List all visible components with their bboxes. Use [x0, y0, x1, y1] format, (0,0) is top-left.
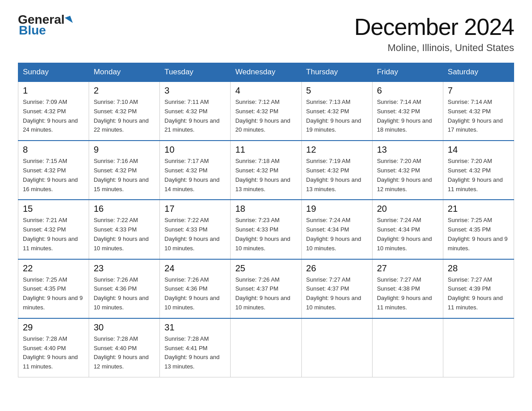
day-number: 1 [23, 86, 84, 96]
calendar-day-8: 8Sunrise: 7:15 AMSunset: 4:32 PMDaylight… [18, 141, 89, 200]
logo-blue: Blue [19, 23, 46, 38]
calendar-day-1: 1Sunrise: 7:09 AMSunset: 4:32 PMDaylight… [18, 81, 89, 141]
day-number: 26 [306, 263, 368, 274]
weekday-header-row: SundayMondayTuesdayWednesdayThursdayFrid… [18, 63, 514, 82]
calendar-day-6: 6Sunrise: 7:14 AMSunset: 4:32 PMDaylight… [372, 81, 443, 141]
day-number: 28 [448, 263, 509, 274]
calendar-day-13: 13Sunrise: 7:20 AMSunset: 4:32 PMDayligh… [372, 141, 443, 200]
calendar-day-21: 21Sunrise: 7:25 AMSunset: 4:35 PMDayligh… [443, 200, 514, 259]
calendar-day-16: 16Sunrise: 7:22 AMSunset: 4:33 PMDayligh… [89, 200, 160, 259]
day-info: Sunrise: 7:17 AMSunset: 4:32 PMDaylight:… [164, 157, 226, 194]
day-info: Sunrise: 7:27 AMSunset: 4:37 PMDaylight:… [306, 275, 368, 313]
weekday-header-sunday: Sunday [18, 63, 89, 82]
day-number: 24 [164, 263, 226, 274]
calendar-day-29: 29Sunrise: 7:28 AMSunset: 4:40 PMDayligh… [18, 318, 89, 377]
calendar-day-30: 30Sunrise: 7:28 AMSunset: 4:40 PMDayligh… [89, 318, 160, 377]
day-info: Sunrise: 7:25 AMSunset: 4:35 PMDaylight:… [23, 275, 84, 313]
page-header: General Blue December 2024 Moline, Illin… [18, 13, 514, 54]
calendar-day-12: 12Sunrise: 7:19 AMSunset: 4:32 PMDayligh… [301, 141, 372, 200]
day-info: Sunrise: 7:22 AMSunset: 4:33 PMDaylight:… [94, 216, 155, 253]
calendar-table: SundayMondayTuesdayWednesdayThursdayFrid… [18, 63, 514, 377]
day-number: 3 [164, 86, 226, 96]
day-number: 2 [94, 86, 155, 96]
day-info: Sunrise: 7:26 AMSunset: 4:36 PMDaylight:… [94, 275, 155, 313]
day-info: Sunrise: 7:11 AMSunset: 4:32 PMDaylight:… [164, 98, 226, 135]
calendar-day-26: 26Sunrise: 7:27 AMSunset: 4:37 PMDayligh… [301, 259, 372, 318]
logo: General Blue [18, 13, 72, 38]
day-info: Sunrise: 7:28 AMSunset: 4:40 PMDaylight:… [23, 334, 84, 372]
day-info: Sunrise: 7:10 AMSunset: 4:32 PMDaylight:… [94, 98, 155, 135]
day-number: 31 [164, 322, 226, 333]
calendar-day-24: 24Sunrise: 7:26 AMSunset: 4:36 PMDayligh… [160, 259, 231, 318]
day-info: Sunrise: 7:14 AMSunset: 4:32 PMDaylight:… [377, 98, 438, 135]
day-number: 9 [94, 145, 155, 155]
calendar-day-25: 25Sunrise: 7:26 AMSunset: 4:37 PMDayligh… [231, 259, 301, 318]
day-info: Sunrise: 7:24 AMSunset: 4:34 PMDaylight:… [377, 216, 438, 253]
calendar-week-4: 22Sunrise: 7:25 AMSunset: 4:35 PMDayligh… [18, 259, 514, 318]
day-number: 15 [23, 204, 84, 214]
day-info: Sunrise: 7:26 AMSunset: 4:36 PMDaylight:… [164, 275, 226, 313]
calendar-day-31: 31Sunrise: 7:28 AMSunset: 4:41 PMDayligh… [160, 318, 231, 377]
calendar-day-23: 23Sunrise: 7:26 AMSunset: 4:36 PMDayligh… [89, 259, 160, 318]
day-number: 10 [164, 145, 226, 155]
empty-cell [231, 318, 301, 377]
day-info: Sunrise: 7:20 AMSunset: 4:32 PMDaylight:… [377, 157, 438, 194]
day-info: Sunrise: 7:19 AMSunset: 4:32 PMDaylight:… [306, 157, 368, 194]
calendar-day-2: 2Sunrise: 7:10 AMSunset: 4:32 PMDaylight… [89, 81, 160, 141]
day-number: 29 [23, 322, 84, 333]
empty-cell [301, 318, 372, 377]
calendar-week-3: 15Sunrise: 7:21 AMSunset: 4:32 PMDayligh… [18, 200, 514, 259]
calendar-week-5: 29Sunrise: 7:28 AMSunset: 4:40 PMDayligh… [18, 318, 514, 377]
calendar-week-2: 8Sunrise: 7:15 AMSunset: 4:32 PMDaylight… [18, 141, 514, 200]
day-number: 30 [94, 322, 155, 333]
day-number: 14 [448, 145, 509, 155]
empty-cell [443, 318, 514, 377]
day-info: Sunrise: 7:13 AMSunset: 4:32 PMDaylight:… [306, 98, 368, 135]
day-info: Sunrise: 7:26 AMSunset: 4:37 PMDaylight:… [235, 275, 296, 313]
day-number: 11 [235, 145, 296, 155]
day-number: 16 [94, 204, 155, 214]
calendar-day-10: 10Sunrise: 7:17 AMSunset: 4:32 PMDayligh… [160, 141, 231, 200]
day-number: 5 [306, 86, 368, 96]
day-info: Sunrise: 7:23 AMSunset: 4:33 PMDaylight:… [235, 216, 296, 253]
day-number: 18 [235, 204, 296, 214]
day-info: Sunrise: 7:16 AMSunset: 4:32 PMDaylight:… [94, 157, 155, 194]
day-info: Sunrise: 7:15 AMSunset: 4:32 PMDaylight:… [23, 157, 84, 194]
day-info: Sunrise: 7:22 AMSunset: 4:33 PMDaylight:… [164, 216, 226, 253]
day-number: 17 [164, 204, 226, 214]
day-number: 13 [377, 145, 438, 155]
day-info: Sunrise: 7:25 AMSunset: 4:35 PMDaylight:… [448, 216, 509, 253]
day-info: Sunrise: 7:21 AMSunset: 4:32 PMDaylight:… [23, 216, 84, 253]
logo-arrow-icon [65, 16, 73, 25]
day-info: Sunrise: 7:12 AMSunset: 4:32 PMDaylight:… [235, 98, 296, 135]
day-info: Sunrise: 7:27 AMSunset: 4:38 PMDaylight:… [377, 275, 438, 313]
calendar-day-15: 15Sunrise: 7:21 AMSunset: 4:32 PMDayligh… [18, 200, 89, 259]
day-number: 8 [23, 145, 84, 155]
calendar-day-20: 20Sunrise: 7:24 AMSunset: 4:34 PMDayligh… [372, 200, 443, 259]
day-number: 27 [377, 263, 438, 274]
day-number: 7 [448, 86, 509, 96]
calendar-day-14: 14Sunrise: 7:20 AMSunset: 4:32 PMDayligh… [443, 141, 514, 200]
calendar-day-5: 5Sunrise: 7:13 AMSunset: 4:32 PMDaylight… [301, 81, 372, 141]
day-info: Sunrise: 7:20 AMSunset: 4:32 PMDaylight:… [448, 157, 509, 194]
day-number: 6 [377, 86, 438, 96]
weekday-header-friday: Friday [372, 63, 443, 82]
title-area: December 2024 Moline, Illinois, United S… [354, 13, 514, 54]
calendar-day-28: 28Sunrise: 7:27 AMSunset: 4:39 PMDayligh… [443, 259, 514, 318]
calendar-day-4: 4Sunrise: 7:12 AMSunset: 4:32 PMDaylight… [231, 81, 301, 141]
day-number: 20 [377, 204, 438, 214]
calendar-day-22: 22Sunrise: 7:25 AMSunset: 4:35 PMDayligh… [18, 259, 89, 318]
day-number: 21 [448, 204, 509, 214]
weekday-header-wednesday: Wednesday [231, 63, 301, 82]
day-number: 19 [306, 204, 368, 214]
weekday-header-monday: Monday [89, 63, 160, 82]
day-info: Sunrise: 7:24 AMSunset: 4:34 PMDaylight:… [306, 216, 368, 253]
calendar-title: December 2024 [354, 13, 514, 40]
calendar-week-1: 1Sunrise: 7:09 AMSunset: 4:32 PMDaylight… [18, 81, 514, 141]
calendar-day-11: 11Sunrise: 7:18 AMSunset: 4:32 PMDayligh… [231, 141, 301, 200]
day-info: Sunrise: 7:14 AMSunset: 4:32 PMDaylight:… [448, 98, 509, 135]
day-info: Sunrise: 7:28 AMSunset: 4:41 PMDaylight:… [164, 334, 226, 372]
calendar-day-9: 9Sunrise: 7:16 AMSunset: 4:32 PMDaylight… [89, 141, 160, 200]
weekday-header-tuesday: Tuesday [160, 63, 231, 82]
weekday-header-thursday: Thursday [301, 63, 372, 82]
